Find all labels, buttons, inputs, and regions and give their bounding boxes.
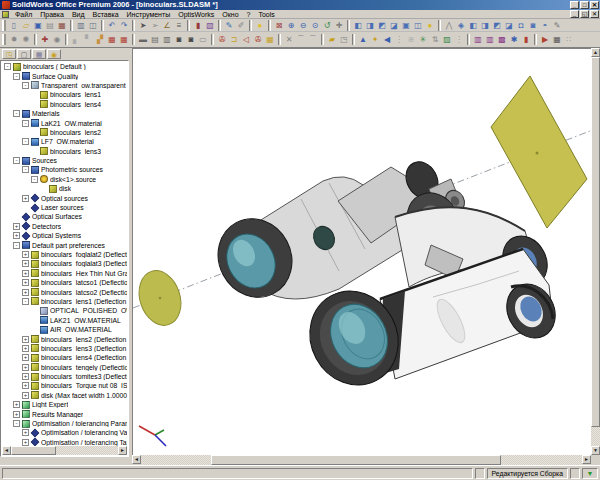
tree-expand-toggle[interactable]: + xyxy=(22,270,29,277)
menu-правка[interactable]: Правка xyxy=(36,11,68,18)
photoworks-star-icon[interactable]: ✱ xyxy=(508,34,520,45)
tree-item[interactable]: binoculars_lens1 xyxy=(2,90,127,99)
tree-expand-toggle[interactable]: - xyxy=(4,63,11,70)
doc-minimize-button[interactable]: _ xyxy=(570,10,579,18)
menu-вставка[interactable]: Вставка xyxy=(89,11,123,18)
optis-run-simulation-icon[interactable]: ✸ xyxy=(8,34,20,45)
doc-close-button[interactable]: ✕ xyxy=(590,10,599,18)
detector-plane[interactable] xyxy=(491,76,587,228)
view-cube-front-icon[interactable]: ◧ xyxy=(352,20,364,31)
tree-item[interactable]: -Surface Quality xyxy=(2,71,127,80)
red-mesh-icon[interactable]: ▦ xyxy=(106,34,118,45)
window-close-button[interactable]: ✕ xyxy=(590,1,599,9)
zoom-fit-icon[interactable]: ⊠ xyxy=(273,20,285,31)
save-icon[interactable]: ▣ xyxy=(32,20,44,31)
tree-expand-toggle[interactable]: + xyxy=(13,232,20,239)
tree-expand-toggle[interactable]: - xyxy=(22,298,29,305)
photoworks-2-icon[interactable]: ▥ xyxy=(484,34,496,45)
scroll-right-icon[interactable]: ► xyxy=(582,455,591,464)
tree-expand-toggle[interactable]: - xyxy=(22,166,29,173)
tree-expand-toggle[interactable]: + xyxy=(22,195,29,202)
vscroll-track[interactable] xyxy=(591,57,600,446)
section-view-icon[interactable]: ▬ xyxy=(137,34,149,45)
shaded-view-icon[interactable]: ● xyxy=(424,20,436,31)
edit-color-icon[interactable]: ▧ xyxy=(204,20,216,31)
tree-expand-toggle[interactable]: - xyxy=(22,138,29,145)
mate-icon[interactable]: ◈ xyxy=(455,20,467,31)
rebuild-icon[interactable]: ▮ xyxy=(192,20,204,31)
fill-tool-icon[interactable]: ▰ xyxy=(326,34,338,45)
play-icon[interactable]: ▶ xyxy=(539,34,551,45)
delete-icon[interactable]: ✕ xyxy=(283,34,295,45)
tree-item[interactable]: -Transparent_ow.transparent xyxy=(2,81,127,90)
tree-expand-toggle[interactable]: + xyxy=(22,289,29,296)
measure-icon[interactable]: ∠ xyxy=(161,20,173,31)
lighting-icon[interactable]: ● xyxy=(254,20,266,31)
zoom-in-out-icon[interactable]: ⊖ xyxy=(297,20,309,31)
tab-propertymanager[interactable]: ▢ xyxy=(17,49,31,59)
frame-icon[interactable]: ▦ xyxy=(551,34,563,45)
tree-item[interactable]: +binoculars_foglalat3 (Deflection 0.1000 xyxy=(2,259,127,268)
tree-expand-toggle[interactable]: - xyxy=(22,120,29,127)
toolbox-icon[interactable]: ▦ xyxy=(56,20,68,31)
rotate-component-icon[interactable]: ◘ xyxy=(515,20,527,31)
tree-item[interactable]: +Optical sources xyxy=(2,193,127,202)
menu-файл[interactable]: Файл xyxy=(11,11,36,18)
rotate-view-icon[interactable]: ↺ xyxy=(321,20,333,31)
tab-optisworks-manager[interactable]: ◉ xyxy=(47,49,61,59)
tree-item[interactable]: +binoculars_tengely (Deflection 0.10000 xyxy=(2,363,127,372)
new-light-icon[interactable]: ✦ xyxy=(369,34,381,45)
grid-tool-icon[interactable]: ▘ xyxy=(82,34,94,45)
perspective-icon[interactable]: ◙ xyxy=(185,34,197,45)
tree-item[interactable]: +Optimisation / tolerancing Variables xyxy=(2,428,127,437)
tree-item[interactable]: +binoculars_tomites3 (Deflection 0.1000 xyxy=(2,372,127,381)
tree-item[interactable]: +binoculars_lens3 (Deflection 0.10000 m xyxy=(2,344,127,353)
photoworks-1-icon[interactable]: ▥ xyxy=(472,34,484,45)
tree-expand-toggle[interactable]: - xyxy=(31,176,38,183)
view-cube-back-icon[interactable]: ◨ xyxy=(364,20,376,31)
tree-expand-toggle[interactable]: - xyxy=(13,110,20,117)
tree-item[interactable]: LAK21_OW.MATERIAL xyxy=(2,316,127,325)
optis-detector-icon[interactable]: ⊐ xyxy=(228,34,240,45)
view-cube-right-icon[interactable]: ◪ xyxy=(388,20,400,31)
tree-item[interactable]: disk xyxy=(2,184,127,193)
vscroll-thumb[interactable] xyxy=(591,57,600,427)
tab-configurationmanager[interactable]: ▦ xyxy=(32,49,46,59)
assembly-back-icon[interactable]: ◀ xyxy=(381,34,393,45)
sketch-icon[interactable]: ✎ xyxy=(223,20,235,31)
optis-add-source-icon[interactable]: ✚ xyxy=(39,34,51,45)
menu-tools[interactable]: Tools xyxy=(254,11,278,18)
texture-icon[interactable]: ▨ xyxy=(441,34,453,45)
tree-expand-toggle[interactable]: + xyxy=(13,401,20,408)
toolbar-grip[interactable] xyxy=(2,20,6,31)
tree-expand-toggle[interactable]: + xyxy=(22,392,29,399)
tree-expand-toggle[interactable]: + xyxy=(22,345,29,352)
wireframe-icon[interactable]: ▤ xyxy=(149,34,161,45)
tree-item[interactable]: -Optimisation / tolerancing Parameters xyxy=(2,419,127,428)
assembly-up-icon[interactable]: ▲ xyxy=(357,34,369,45)
render-icon[interactable]: ✳ xyxy=(417,34,429,45)
optis-material-icon[interactable]: ▦ xyxy=(264,34,276,45)
tree-item[interactable]: +Results Manager xyxy=(2,409,127,418)
tree-item[interactable]: AIR_OW.MATERIAL xyxy=(2,325,127,334)
window-maximize-button[interactable]: □ xyxy=(580,1,589,9)
camera-icon[interactable]: ▭ xyxy=(197,34,209,45)
tree-horizontal-scrollbar[interactable]: ◄ ► xyxy=(2,446,127,455)
window-minimize-button[interactable]: _ xyxy=(570,1,579,9)
print-icon[interactable]: ▥ xyxy=(75,20,87,31)
tree-item[interactable]: -Photometric sources xyxy=(2,165,127,174)
tree-expand-toggle[interactable]: - xyxy=(13,420,20,427)
edit-part-icon[interactable]: ✎ xyxy=(551,20,563,31)
tree-item[interactable]: +binoculars_Torque nut 08_ISO (Deflect xyxy=(2,381,127,390)
red-mesh-edit-icon[interactable]: ▦ xyxy=(118,34,130,45)
menu-optisworks[interactable]: OptisWorks xyxy=(174,11,218,18)
tree-expand-toggle[interactable]: + xyxy=(22,354,29,361)
dots-icon[interactable]: ∷ xyxy=(563,34,575,45)
new-document-icon[interactable]: ▯ xyxy=(8,20,20,31)
list-tool-icon[interactable]: ⋮ xyxy=(393,34,405,45)
tab-featuremanager[interactable]: ◳ xyxy=(2,49,16,59)
tree-expand-toggle[interactable]: + xyxy=(22,373,29,380)
view-cube-iso-icon[interactable]: ◫ xyxy=(412,20,424,31)
spline-tool-icon[interactable]: ⌒ xyxy=(307,34,319,45)
waves-tool-icon[interactable]: ≋ xyxy=(405,34,417,45)
